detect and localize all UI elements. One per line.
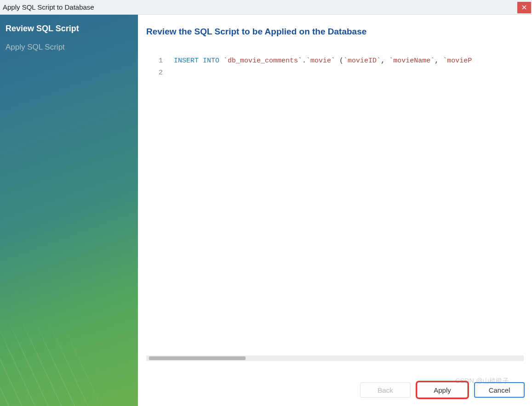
code-token: . (302, 57, 306, 65)
code-token: INSERT INTO (174, 57, 223, 65)
code-token: `movieID` (343, 57, 381, 65)
sql-editor[interactable]: 12 INSERT INTO `db_movie_comments`.`movi… (146, 55, 524, 354)
step-review-sql-script[interactable]: Review SQL Script (0, 19, 138, 38)
cancel-button[interactable]: Cancel (474, 382, 525, 398)
close-button[interactable] (517, 2, 531, 13)
line-number: 1 (146, 55, 163, 67)
code-token: `movie` (306, 57, 335, 65)
code-token: , (435, 57, 443, 65)
sql-editor-code[interactable]: INSERT INTO `db_movie_comments`.`movie` … (174, 55, 524, 354)
code-token: `movieName` (389, 57, 435, 65)
apply-button[interactable]: Apply (417, 382, 468, 398)
sql-editor-hscrollbar[interactable] (146, 355, 524, 361)
main-area: Review SQL Script Apply SQL Script Revie… (0, 15, 532, 406)
code-line[interactable]: INSERT INTO `db_movie_comments`.`movie` … (174, 55, 524, 67)
line-number: 2 (146, 67, 163, 79)
page-heading: Review the SQL Script to be Applied on t… (138, 15, 532, 41)
close-icon (522, 5, 526, 10)
titlebar: Apply SQL Script to Database (0, 0, 532, 15)
code-token: `db_movie_comments` (223, 57, 302, 65)
code-token: ( (335, 57, 343, 65)
step-apply-sql-script[interactable]: Apply SQL Script (0, 38, 138, 56)
window-title: Apply SQL Script to Database (3, 3, 94, 11)
code-token: `movieP (443, 57, 472, 65)
back-button[interactable]: Back (360, 382, 411, 398)
wizard-sidebar: Review SQL Script Apply SQL Script (0, 15, 138, 406)
code-line[interactable] (174, 67, 524, 79)
sql-editor-gutter: 12 (146, 55, 174, 354)
content-panel: Review the SQL Script to be Applied on t… (138, 15, 532, 406)
sql-editor-hscrollbar-thumb[interactable] (149, 356, 246, 360)
wizard-button-row: Back Apply Cancel CSDN @山楂橙子 (138, 364, 532, 406)
code-token: , (381, 57, 389, 65)
